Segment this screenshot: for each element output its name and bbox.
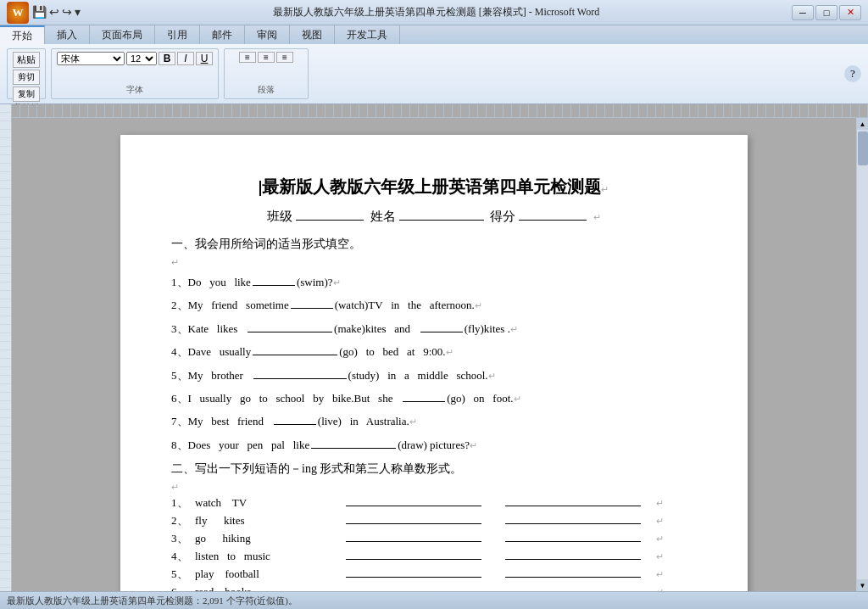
- tab-view[interactable]: 视图: [290, 25, 335, 44]
- return-mark-title: ↵: [601, 184, 609, 194]
- cursor-indicator: [259, 181, 261, 196]
- section2-item-6: 6、 read books ↵: [171, 584, 697, 591]
- horizontal-ruler-row: [12, 104, 868, 118]
- scroll-down-button[interactable]: ▼: [857, 579, 869, 591]
- tab-page-layout[interactable]: 页面布局: [90, 25, 155, 44]
- exercise-item-6: 6、I usually go to school by bike.But she…: [171, 388, 697, 408]
- customize-button[interactable]: ▾: [75, 5, 81, 20]
- office-logo: W: [7, 2, 29, 24]
- section2-item-1: 1、 watch TV ↵: [171, 495, 697, 511]
- cut-button[interactable]: 剪切: [13, 70, 40, 85]
- class-label: 班级: [267, 210, 292, 223]
- exercise-item-2: 2、My friend sometime(watch)TV in the aft…: [171, 295, 697, 315]
- ribbon-tabs: 开始 插入 页面布局 引用 邮件 审阅 视图 开发工具: [0, 25, 868, 44]
- tab-insert[interactable]: 插入: [45, 25, 90, 44]
- font-family-select[interactable]: 宋体: [57, 52, 125, 65]
- underline-button[interactable]: U: [196, 52, 213, 65]
- font-size-select[interactable]: 12: [126, 52, 157, 65]
- tab-review[interactable]: 审阅: [245, 25, 290, 44]
- horizontal-ruler: [12, 104, 868, 118]
- copy-button[interactable]: 复制: [13, 87, 40, 102]
- italic-button[interactable]: I: [177, 52, 194, 65]
- ribbon-content: 粘贴 剪切 复制 剪贴板 宋体 12 B I: [0, 44, 868, 103]
- title-bar-left: W 💾 ↩ ↪ ▾: [7, 2, 81, 24]
- scroll-thumb[interactable]: [858, 131, 868, 165]
- name-label: 姓名: [370, 210, 396, 223]
- main-area: 最新版人教版六年级上册英语第四单元检测题↵ 班级 姓名 得分 ↵ 一、我会用所给…: [0, 104, 868, 591]
- exercise-item-5: 5、My brother (study) in a middle school.…: [171, 366, 697, 385]
- exercise-item-7: 7、My best friend (live) in Australia.↵: [171, 411, 697, 431]
- exercise-item-4: 4、Dave usually(go) to bed at 9:00.↵: [171, 342, 697, 361]
- exercise-item-1: 1、Do you like(swim)?↵: [171, 272, 697, 292]
- exercise-item-8: 8、Does your pen pal like(draw) pictures?…: [171, 435, 697, 455]
- section2-item-2: 2、 fly kites ↵: [171, 513, 697, 528]
- group-paragraph-label: 段落: [258, 84, 275, 96]
- document-page: 最新版人教版六年级上册英语第四单元检测题↵ 班级 姓名 得分 ↵ 一、我会用所给…: [120, 135, 748, 591]
- close-button[interactable]: ✕: [839, 5, 861, 20]
- tab-mailings[interactable]: 邮件: [200, 25, 245, 44]
- align-left-button[interactable]: ≡: [239, 52, 256, 63]
- redo-button[interactable]: ↪: [62, 5, 72, 20]
- help-button[interactable]: ?: [844, 65, 861, 82]
- title-bar: W 💾 ↩ ↪ ▾ 最新版人教版六年级上册英语第四单元检测题 [兼容模式] - …: [0, 0, 868, 25]
- quick-access-toolbar: 💾 ↩ ↪ ▾: [32, 5, 81, 20]
- section2-item-4: 4、 listen to music ↵: [171, 549, 697, 564]
- paste-button[interactable]: 粘贴: [13, 52, 40, 68]
- content-area: 最新版人教版六年级上册英语第四单元检测题↵ 班级 姓名 得分 ↵ 一、我会用所给…: [12, 104, 868, 591]
- align-right-button[interactable]: ≡: [276, 52, 293, 63]
- save-button[interactable]: 💾: [32, 5, 47, 20]
- bold-button[interactable]: B: [159, 52, 175, 65]
- ribbon-group-font: 宋体 12 B I U 字体: [51, 48, 219, 99]
- scroll-up-button[interactable]: ▲: [857, 118, 869, 130]
- minimize-button[interactable]: ─: [792, 5, 814, 20]
- vertical-scrollbar[interactable]: ▲ ▼: [856, 118, 868, 591]
- status-text: 最新版人教版六年级上册英语第四单元检测题：2,091 个字符(近似值)。: [7, 595, 298, 607]
- tab-home[interactable]: 开始: [0, 25, 45, 44]
- restore-button[interactable]: □: [815, 5, 837, 20]
- document-title: 最新版人教版六年级上册英语第四单元检测题↵: [171, 176, 697, 198]
- section2-header: 二、写出一下列短语的－ing 形式和第三人称单数形式。: [171, 461, 697, 477]
- section1-header: 一、我会用所给词的适当形式填空。: [171, 237, 697, 252]
- section2-item-5: 5、 play football ↵: [171, 567, 697, 582]
- group-font-label: 字体: [126, 84, 143, 96]
- window-title: 最新版人教版六年级上册英语第四单元检测题 [兼容模式] - Microsoft …: [81, 5, 792, 20]
- tab-references[interactable]: 引用: [155, 25, 200, 44]
- exercise-item-3: 3、Kate likes (make)kites and (fly)kites …: [171, 319, 697, 338]
- ribbon-group-clipboard: 粘贴 剪切 复制 剪贴板: [7, 48, 46, 99]
- section2-item-3: 3、 go hiking ↵: [171, 531, 697, 546]
- score-label: 得分: [490, 210, 515, 223]
- subtitle-row: 班级 姓名 得分 ↵: [171, 209, 697, 225]
- status-bar: 最新版人教版六年级上册英语第四单元检测题：2,091 个字符(近似值)。: [0, 591, 868, 609]
- ribbon: 开始 插入 页面布局 引用 邮件 审阅 视图 开发工具 粘贴 剪切 复制 剪贴板: [0, 25, 868, 104]
- document-scroll-area[interactable]: 最新版人教版六年级上册英语第四单元检测题↵ 班级 姓名 得分 ↵ 一、我会用所给…: [12, 118, 856, 591]
- align-center-button[interactable]: ≡: [258, 52, 275, 63]
- tab-developer[interactable]: 开发工具: [335, 25, 400, 44]
- ribbon-group-paragraph: ≡ ≡ ≡ 段落: [224, 48, 309, 99]
- undo-button[interactable]: ↩: [49, 5, 59, 20]
- vertical-ruler: [0, 104, 12, 591]
- window-controls: ─ □ ✕: [792, 5, 861, 20]
- scroll-track: [857, 130, 868, 579]
